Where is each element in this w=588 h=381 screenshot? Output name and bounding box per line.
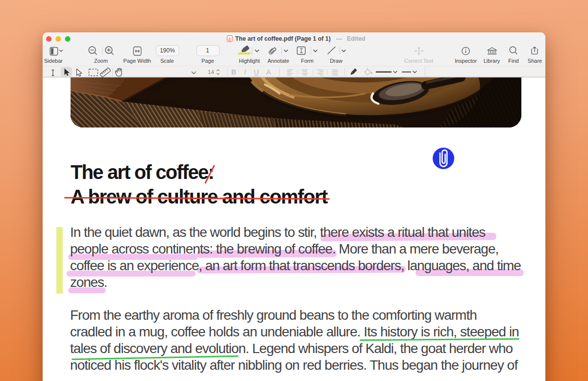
svg-text:U: U [254, 68, 259, 76]
svg-text:Zoom: Zoom [94, 58, 108, 64]
svg-text:B: B [231, 68, 236, 76]
svg-text:PDF: PDF [228, 40, 231, 42]
svg-text:Page: Page [201, 58, 214, 64]
svg-text:Highlight: Highlight [239, 58, 260, 64]
svg-text:Annotate: Annotate [268, 58, 289, 64]
svg-text:—: — [336, 35, 343, 42]
svg-text:Scale: Scale [160, 58, 174, 64]
svg-text:190%: 190% [160, 47, 175, 54]
svg-text:Page Width: Page Width [123, 58, 151, 64]
svg-text:Sidebar: Sidebar [44, 58, 63, 64]
svg-text:Correct Text: Correct Text [404, 58, 433, 64]
svg-text:1: 1 [206, 47, 209, 54]
svg-text:I: I [244, 68, 246, 76]
svg-text:Draw: Draw [330, 58, 343, 64]
svg-text:Edited: Edited [347, 35, 366, 42]
svg-text:The art of coffee.pdf (Page 1: The art of coffee.pdf (Page 1 of 1) [235, 35, 331, 42]
svg-text:Library: Library [484, 58, 500, 64]
svg-text:Share: Share [528, 58, 542, 64]
svg-text:A: A [266, 68, 271, 76]
svg-text:Form: Form [301, 58, 314, 64]
svg-text:Inspector: Inspector [455, 58, 477, 64]
svg-text:Find: Find [508, 58, 518, 64]
svg-text:14: 14 [208, 69, 214, 75]
